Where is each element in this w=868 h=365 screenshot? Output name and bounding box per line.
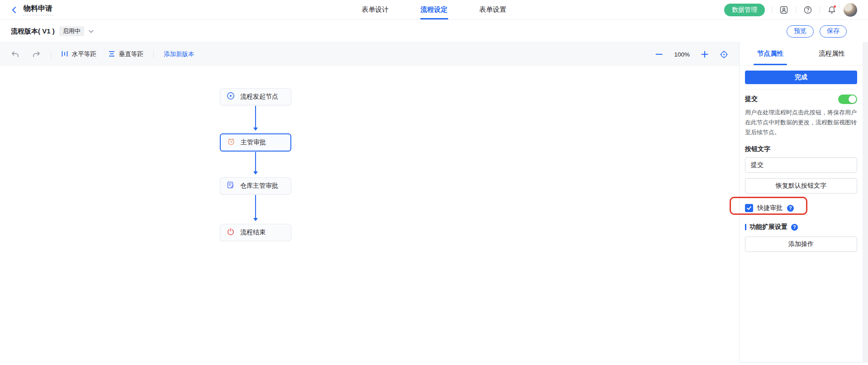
vertical-distribute-button[interactable]: 垂直等距 <box>108 50 143 59</box>
vertical-distribute-icon <box>108 50 115 59</box>
properties-panel: 节点属性 流程属性 完成 提交 用户在处理流程时点击此按钮，将保存用户在此节点中… <box>739 42 863 363</box>
version-label: 流程版本( V1 ) <box>11 27 55 36</box>
vertical-distribute-label: 垂直等距 <box>119 50 143 58</box>
flow-edge <box>255 195 256 220</box>
node-label: 主管审批 <box>241 138 266 147</box>
flow-node-manager-approve[interactable]: 主管审批 <box>220 133 291 152</box>
flow-node-warehouse-approve[interactable]: 仓库主管审批 <box>220 177 291 194</box>
flow-node-end[interactable]: 流程结束 <box>220 224 291 241</box>
submit-toggle[interactable] <box>838 95 857 104</box>
quick-approve-checkbox[interactable] <box>745 204 753 212</box>
reset-button-text-button[interactable]: 恢复默认按钮文字 <box>745 178 857 194</box>
page-title[interactable]: 物料申请 <box>23 4 53 15</box>
zoom-level: 100% <box>674 51 690 58</box>
flow-edge <box>255 106 256 130</box>
horizontal-distribute-label: 水平等距 <box>72 50 96 58</box>
question-icon[interactable]: ? <box>791 224 798 231</box>
submit-label: 提交 <box>745 95 758 103</box>
main-tabs: 表单设计 流程设定 表单设置 <box>362 0 507 19</box>
locate-icon[interactable] <box>720 50 728 59</box>
tab-form-design[interactable]: 表单设计 <box>362 0 389 19</box>
node-label: 流程结束 <box>240 228 266 237</box>
help-icon[interactable] <box>803 5 813 15</box>
flow-node-start[interactable]: 流程发起节点 <box>220 88 291 105</box>
done-button[interactable]: 完成 <box>745 71 857 84</box>
save-button[interactable]: 保存 <box>820 25 847 38</box>
flow-canvas[interactable] <box>0 66 739 365</box>
tab-flow-properties[interactable]: 流程属性 <box>801 42 863 65</box>
button-text-label: 按钮文字 <box>745 145 857 153</box>
version-bar: 流程版本( V1 ) 启用中 预览 保存 <box>0 20 868 42</box>
undo-icon[interactable] <box>11 50 19 59</box>
tab-flow-setting[interactable]: 流程设定 <box>421 0 448 19</box>
back-icon[interactable] <box>11 6 18 14</box>
power-icon <box>227 228 235 237</box>
tab-form-setting[interactable]: 表单设置 <box>479 0 507 19</box>
panel-tabs: 节点属性 流程属性 <box>740 42 863 66</box>
canvas-toolbar: 水平等距 垂直等距 添加新版本 100% <box>0 42 739 66</box>
bell-icon[interactable] <box>827 5 837 15</box>
chevron-down-icon[interactable] <box>88 28 94 34</box>
zoom-out-icon[interactable] <box>655 51 663 58</box>
horizontal-distribute-button[interactable]: 水平等距 <box>61 50 96 59</box>
button-text-input[interactable] <box>745 157 857 173</box>
node-label: 流程发起节点 <box>240 93 278 101</box>
divider <box>772 6 772 13</box>
extension-section-header: 功能扩展设置 ? <box>745 223 857 231</box>
divider <box>796 6 796 13</box>
notification-dot <box>833 5 836 8</box>
document-edit-icon <box>227 181 235 191</box>
data-manage-button[interactable]: 数据管理 <box>724 4 765 16</box>
question-icon[interactable]: ? <box>787 205 794 212</box>
tab-node-properties[interactable]: 节点属性 <box>740 42 801 65</box>
horizontal-distribute-icon <box>61 50 68 59</box>
app-header: 物料申请 表单设计 流程设定 表单设置 数据管理 <box>0 0 868 20</box>
scrollbar-gutter <box>863 42 868 363</box>
accent-bar <box>745 224 746 230</box>
divider <box>153 51 154 58</box>
divider <box>820 6 820 13</box>
play-icon <box>227 92 235 102</box>
divider <box>745 89 857 90</box>
avatar[interactable] <box>844 3 857 17</box>
flow-edge <box>255 152 256 174</box>
quick-approve-label: 快捷审批 <box>757 204 783 212</box>
extension-label: 功能扩展设置 <box>749 223 787 231</box>
contacts-icon[interactable] <box>779 5 789 15</box>
status-badge: 启用中 <box>59 26 84 36</box>
redo-icon[interactable] <box>32 50 41 59</box>
preview-button[interactable]: 预览 <box>787 25 814 38</box>
divider <box>51 51 51 58</box>
clock-icon <box>227 137 235 147</box>
toggle-knob <box>849 95 856 103</box>
quick-approve-row: 快捷审批 ? <box>745 204 857 213</box>
submit-description: 用户在处理流程时点击此按钮，将保存用户在此节点中对数据的更改，流程数据视图转至后… <box>745 108 857 137</box>
add-action-button[interactable]: 添加操作 <box>745 237 857 252</box>
node-label: 仓库主管审批 <box>240 182 278 190</box>
add-version-link[interactable]: 添加新版本 <box>164 50 194 58</box>
zoom-in-icon[interactable] <box>701 51 708 58</box>
